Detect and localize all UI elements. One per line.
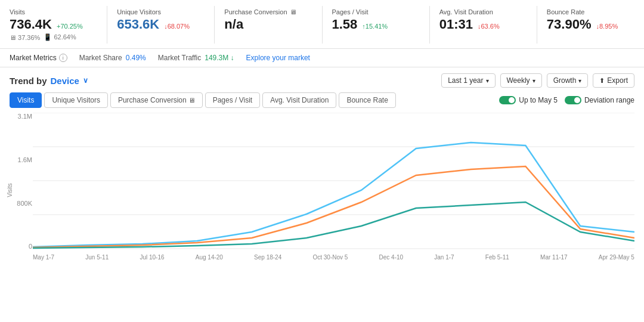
period-label: Last 1 year bbox=[448, 76, 483, 85]
x-label-1: Jun 5-11 bbox=[85, 254, 109, 261]
metric-visits-desktop: 🖥 37.36% bbox=[10, 34, 40, 41]
legend-up-to-may-label: Up to May 5 bbox=[519, 96, 558, 104]
metric-uv-value: 653.6K bbox=[117, 17, 159, 32]
chevron-down-icon[interactable]: ∨ bbox=[83, 76, 88, 85]
x-label-3: Aug 14-20 bbox=[196, 254, 223, 261]
metric-selector[interactable]: Growth ▾ bbox=[547, 73, 589, 88]
export-label: Export bbox=[607, 76, 628, 85]
x-label-7: Jan 1-7 bbox=[434, 254, 454, 261]
tab-unique-visitors[interactable]: Unique Visitors bbox=[44, 92, 107, 108]
metric-br-label: Bounce Rate bbox=[547, 8, 634, 16]
metric-visits-sub: 🖥 37.36% 📱 62.64% bbox=[10, 33, 97, 41]
chart-tabs: Visits Unique Visitors Purchase Conversi… bbox=[10, 92, 396, 108]
trend-title: Trend by Device ∨ bbox=[10, 76, 88, 86]
tabs-row: Visits Unique Visitors Purchase Conversi… bbox=[0, 92, 644, 113]
market-metrics-label: Market Metrics i bbox=[10, 54, 67, 62]
metric-br-change: ↓8.95% bbox=[596, 23, 618, 30]
metric-pc-label: Purchase Conversion 🖥 bbox=[224, 8, 312, 16]
metric-chevron-icon: ▾ bbox=[578, 78, 581, 84]
y-label-1: 800K bbox=[10, 200, 32, 207]
market-traffic-label: Market Traffic bbox=[158, 54, 201, 62]
metric-unique-visitors: Unique Visitors 653.6K ↓68.07% bbox=[107, 6, 215, 44]
export-button[interactable]: ⬆ Export bbox=[593, 73, 634, 88]
period-selector[interactable]: Last 1 year ▾ bbox=[441, 73, 495, 88]
chart-controls: Last 1 year ▾ Weekly ▾ Growth ▾ ⬆ Export bbox=[441, 73, 634, 88]
y-label-3: 3.1M bbox=[10, 113, 32, 120]
y-label-0: 0 bbox=[10, 243, 32, 250]
tab-avg-duration[interactable]: Avg. Visit Duration bbox=[262, 92, 336, 108]
metric-visits-value: 736.4K bbox=[10, 17, 52, 32]
metric-visits-label: Visits bbox=[10, 8, 97, 16]
x-label-10: Apr 29-May 5 bbox=[599, 254, 634, 261]
trend-device-link[interactable]: Device bbox=[51, 76, 79, 86]
market-share-value: 0.49% bbox=[126, 54, 146, 62]
frequency-selector[interactable]: Weekly ▾ bbox=[500, 73, 542, 88]
explore-market-link[interactable]: Explore your market bbox=[246, 54, 310, 62]
metric-ad-label: Avg. Visit Duration bbox=[439, 8, 527, 16]
metric-label: Growth bbox=[553, 76, 577, 85]
metric-uv-change: ↓68.07% bbox=[164, 23, 190, 30]
metric-pv-change: ↑15.41% bbox=[362, 23, 388, 30]
legend-deviation-label: Deviation range bbox=[584, 96, 634, 104]
green-series-line bbox=[33, 202, 634, 248]
metric-ad-change: ↓63.6% bbox=[478, 23, 500, 30]
x-label-5: Oct 30-Nov 5 bbox=[312, 254, 348, 261]
chart-area: Visits 3.1M 1.6M 800K 0 May 1-7 Jun 5-11… bbox=[0, 113, 644, 268]
metric-pages-visit: Pages / Visit 1.58 ↑15.41% bbox=[323, 6, 430, 44]
x-label-6: Dec 4-10 bbox=[379, 254, 404, 261]
trend-title-prefix: Trend by bbox=[10, 76, 47, 86]
export-icon: ⬆ bbox=[599, 77, 605, 85]
metric-visits-change: +70.25% bbox=[57, 23, 83, 30]
tab-pc-label: Purchase Conversion bbox=[118, 96, 187, 104]
tab-purchase-conversion[interactable]: Purchase Conversion 🖥 bbox=[110, 92, 203, 108]
frequency-chevron-icon: ▾ bbox=[532, 78, 535, 84]
chart-legend: Up to May 5 Deviation range bbox=[499, 96, 634, 104]
metric-pv-value: 1.58 bbox=[332, 17, 358, 32]
x-axis-labels: May 1-7 Jun 5-11 Jul 10-16 Aug 14-20 Sep… bbox=[33, 252, 634, 263]
legend-deviation-range[interactable]: Deviation range bbox=[565, 96, 634, 104]
market-traffic-value: 149.3M ↓ bbox=[205, 54, 234, 62]
metric-visits-mobile: 📱 62.64% bbox=[44, 33, 76, 41]
metric-purchase-conversion: Purchase Conversion 🖥 n/a bbox=[215, 6, 322, 44]
metric-avg-duration: Avg. Visit Duration 01:31 ↓63.6% bbox=[430, 6, 537, 44]
chart-svg bbox=[33, 113, 634, 250]
market-traffic-info: Market Traffic 149.3M ↓ bbox=[158, 54, 234, 62]
market-share-label: Market Share bbox=[79, 54, 122, 62]
tab-visits[interactable]: Visits bbox=[10, 92, 42, 108]
y-label-2: 1.6M bbox=[10, 156, 32, 163]
x-label-2: Jul 10-16 bbox=[140, 254, 164, 261]
tab-bounce-rate[interactable]: Bounce Rate bbox=[339, 92, 395, 108]
tab-pages-visit[interactable]: Pages / Visit bbox=[205, 92, 260, 108]
orange-series-line bbox=[33, 166, 634, 247]
metric-visits: Visits 736.4K +70.25% 🖥 37.36% 📱 62.64% bbox=[0, 6, 107, 44]
blue-series-line bbox=[33, 143, 634, 247]
monitor-tab-icon: 🖥 bbox=[188, 97, 195, 104]
y-axis-labels: 3.1M 1.6M 800K 0 bbox=[10, 113, 32, 250]
monitor-icon: 🖥 bbox=[290, 8, 296, 16]
chart-header: Trend by Device ∨ Last 1 year ▾ Weekly ▾… bbox=[0, 67, 644, 92]
metric-pc-value: n/a bbox=[224, 17, 312, 32]
period-chevron-icon: ▾ bbox=[486, 78, 489, 84]
market-info-icon[interactable]: i bbox=[59, 54, 67, 62]
metrics-bar: Visits 736.4K +70.25% 🖥 37.36% 📱 62.64% … bbox=[0, 0, 644, 49]
legend-toggle-deviation[interactable] bbox=[565, 96, 581, 104]
market-share-info: Market Share 0.49% bbox=[79, 54, 146, 62]
legend-up-to-may[interactable]: Up to May 5 bbox=[499, 96, 558, 104]
metric-br-value: 73.90% bbox=[547, 17, 592, 32]
x-label-0: May 1-7 bbox=[33, 254, 54, 261]
x-label-4: Sep 18-24 bbox=[254, 254, 281, 261]
metric-uv-label: Unique Visitors bbox=[117, 8, 205, 16]
market-bar: Market Metrics i Market Share 0.49% Mark… bbox=[0, 49, 644, 67]
metric-ad-value: 01:31 bbox=[439, 17, 473, 32]
legend-toggle-up-to-may[interactable] bbox=[499, 96, 516, 104]
metric-pv-label: Pages / Visit bbox=[332, 8, 420, 16]
x-label-9: Mar 11-17 bbox=[540, 254, 568, 261]
metric-bounce-rate: Bounce Rate 73.90% ↓8.95% bbox=[537, 6, 644, 44]
x-label-8: Feb 5-11 bbox=[485, 254, 509, 261]
frequency-label: Weekly bbox=[507, 76, 530, 85]
